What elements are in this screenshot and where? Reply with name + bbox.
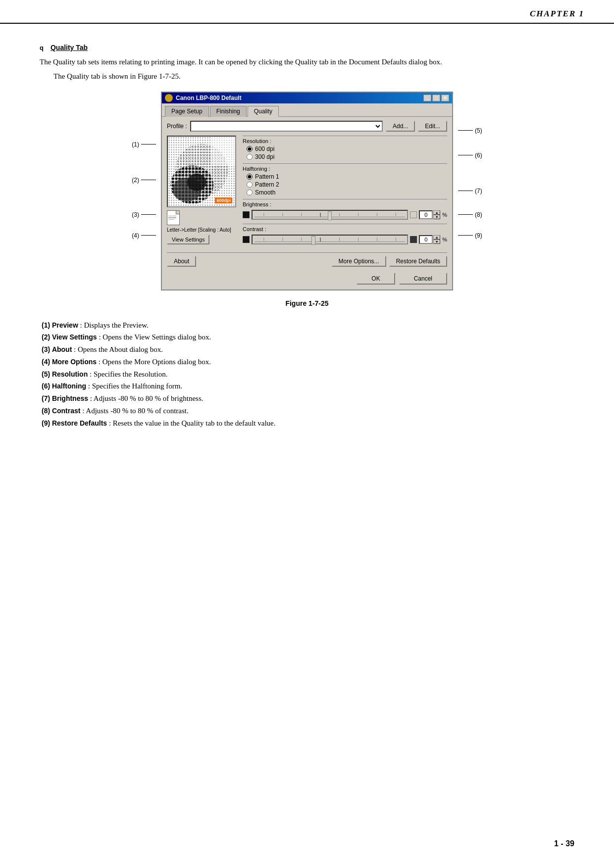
ann-arrow-2 [141,180,156,180]
desc-item-2: (2) View Settings : Opens the View Setti… [40,331,574,343]
halftoning-label: Halftoning : [243,166,447,172]
dialog-box: Canon LBP-800 Default _ □ ✕ Page Setup F… [161,92,453,290]
contrast-spinner[interactable]: ▲ ▼ [419,235,440,244]
desc-item-9: (9) Restore Defaults : Resets the value … [40,417,574,430]
brightness-right-indicator [410,211,417,218]
about-button[interactable]: About [167,256,196,267]
brightness-section: Brightness : | | | | [243,199,447,221]
desc-item-3: (3) About : Opens the About dialog box. [40,343,574,356]
brightness-spinner[interactable]: ▲ ▼ [419,210,440,219]
ok-button[interactable]: OK [357,273,395,285]
contrast-slider-thumb[interactable] [311,236,315,245]
desc-term-4: More Options [52,358,97,366]
titlebar-left: Canon LBP-800 Default [165,94,242,102]
desc-colon-9: : [109,419,111,427]
resolution-300dpi[interactable]: 300 dpi [247,153,447,160]
radio-600dpi[interactable] [247,146,253,152]
preview-image [168,137,235,206]
brightness-slider-track[interactable]: | | | | | | | | [252,210,408,220]
figure-ref-paragraph: The Quality tab is shown in Figure 1-7-2… [53,71,574,82]
ann-arrow-9 [458,235,473,236]
cancel-button[interactable]: Cancel [399,273,447,285]
contrast-slider-track[interactable]: | | | | | | | | [252,235,408,244]
desc-colon-7: : [90,394,92,402]
radio-pattern2[interactable] [247,182,253,188]
description-list: (1) Preview : Displays the Preview. (2) … [40,319,574,430]
close-button[interactable]: ✕ [441,95,449,101]
dialog-window-controls[interactable]: _ □ ✕ [423,95,449,101]
contrast-pct-label: % [442,237,447,242]
figure-caption: Figure 1-7-25 [40,299,574,307]
desc-text-6: Specifies the Halftoning form. [92,382,182,390]
radio-smooth[interactable] [247,190,253,195]
contrast-value-input[interactable] [419,235,433,244]
ann-arrow-7 [458,191,473,191]
page-content: q Quality Tab The Quality tab sets items… [0,24,614,459]
maximize-button[interactable]: □ [432,95,440,101]
tab-page-setup[interactable]: Page Setup [165,106,209,117]
tab-quality[interactable]: Quality [248,106,279,117]
restore-defaults-button[interactable]: Restore Defaults [389,256,447,267]
brightness-slider-thumb[interactable] [328,211,332,220]
more-options-button[interactable]: More Options... [332,256,386,267]
desc-item-8: (8) Contrast : Adjusts -80 % to 80 % of … [40,405,574,417]
halftoning-pattern2[interactable]: Pattern 2 [247,181,447,188]
dialog-left-column: 600dpi [167,136,239,248]
brightness-slider-row: | | | | | | | | [243,209,447,221]
contrast-label: Contrast : [243,226,447,232]
minimize-button[interactable]: _ [423,95,431,101]
letter-label: Letter->Letter [Scaling : Auto] [167,227,239,233]
desc-term-7: Brightness [52,394,88,402]
resolution-section: Resolution : 600 dpi 300 dpi [243,136,447,160]
radio-600dpi-label: 600 dpi [255,145,274,152]
radio-300dpi-label: 300 dpi [255,153,274,160]
brightness-spinner-arrows[interactable]: ▲ ▼ [433,210,440,219]
preview-box: 600dpi [167,136,236,207]
contrast-left-indicator [243,236,250,243]
desc-text-4: Opens the More Options dialog box. [102,358,211,366]
desc-item-6: (6) Halftoning : Specifies the Halftonin… [40,380,574,392]
brightness-value-input[interactable] [419,210,433,219]
tab-finishing[interactable]: Finishing [210,106,247,117]
dpi-badge: 600dpi [215,197,232,203]
brightness-increment[interactable]: ▲ [433,210,440,215]
dialog-app-icon [165,94,173,102]
radio-300dpi[interactable] [247,154,253,160]
ann-label-6: (6) [475,152,482,159]
desc-term-3: About [52,345,72,353]
ann-label-3: (3) [132,211,139,218]
resolution-600dpi[interactable]: 600 dpi [247,145,447,152]
contrast-decrement[interactable]: ▼ [433,240,440,244]
ann-label-9: (9) [475,232,482,239]
dialog-right-column: Resolution : 600 dpi 300 dpi [243,136,447,248]
desc-text-8: Adjusts -80 % to 80 % of contrast. [86,407,188,415]
resolution-label: Resolution : [243,138,447,144]
profile-label: Profile : [167,123,187,130]
dialog-title-text: Canon LBP-800 Default [176,95,242,101]
section-marker: q [40,44,44,51]
desc-colon-5: : [90,370,92,378]
desc-item-7: (7) Brightness : Adjusts -80 % to 80 % o… [40,392,574,405]
ann-arrow-5 [458,130,473,131]
desc-num-6: (6) [42,382,50,390]
brightness-left-indicator [243,211,250,218]
desc-colon-8: : [82,407,84,415]
add-button[interactable]: Add... [386,121,415,132]
desc-num-2: (2) [42,333,50,341]
view-settings-button[interactable]: View Settings [167,235,209,244]
desc-text-3: Opens the About dialog box. [78,345,163,353]
halftoning-pattern1[interactable]: Pattern 1 [247,173,447,180]
edit-button[interactable]: Edit... [418,121,447,132]
desc-num-5: (5) [42,370,50,378]
brightness-decrement[interactable]: ▼ [433,215,440,219]
chapter-title: CHAPTER 1 [530,9,584,18]
radio-pattern1[interactable] [247,174,253,180]
halftoning-smooth[interactable]: Smooth [247,189,447,196]
profile-select[interactable] [190,121,383,132]
ann-label-5: (5) [475,127,482,134]
contrast-spinner-arrows[interactable]: ▲ ▼ [433,235,440,244]
contrast-increment[interactable]: ▲ [433,235,440,240]
desc-term-1: Preview [52,321,78,329]
dialog-tabs: Page Setup Finishing Quality [162,103,452,116]
dialog-illustration-area: (1) (2) (3) (4) Canon LBP-800 [40,92,574,290]
